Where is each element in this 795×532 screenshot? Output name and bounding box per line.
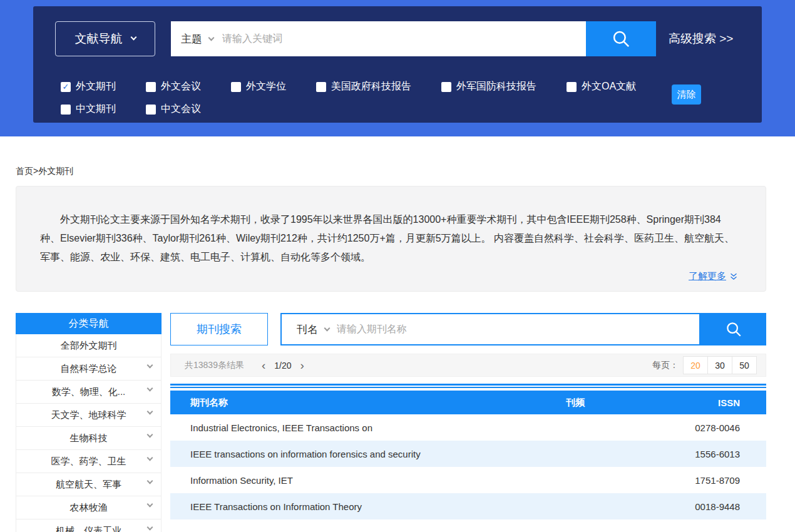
- search-panel: 文献导航 主题 高级搜索 >>: [33, 6, 762, 123]
- chevron-down-icon: [147, 386, 153, 392]
- page-size-20[interactable]: 20: [683, 356, 708, 374]
- sidebar-item-biotech[interactable]: 生物科技: [16, 427, 162, 450]
- sidebar-item-natural-science[interactable]: 自然科学总论: [16, 357, 162, 381]
- filter-label: 外文学位: [246, 80, 286, 93]
- category-sidebar-title: 分类导航: [16, 313, 162, 334]
- chevron-down-icon: [147, 455, 153, 461]
- journal-search-group: 刊名: [280, 313, 766, 345]
- pager: ‹ 1/20 ›: [260, 359, 305, 371]
- sidebar-item-label: 航空航天、军事: [56, 479, 121, 491]
- filter-foreign-defense-report[interactable]: 外军国防科技报告: [441, 80, 536, 93]
- table-top-rule: [170, 384, 766, 388]
- filter-foreign-journal[interactable]: 外文期刊: [61, 80, 116, 93]
- results-total: 共13839条结果: [185, 360, 244, 371]
- filter-chinese-journal[interactable]: 中文期刊: [61, 103, 116, 116]
- journal-name: Information Security, IET: [170, 475, 566, 486]
- table-row[interactable]: IEEE transactions on information forensi…: [170, 441, 766, 467]
- chevron-down-icon: [130, 34, 136, 41]
- page-size-50[interactable]: 50: [732, 356, 757, 374]
- next-page-icon[interactable]: ›: [299, 359, 305, 371]
- results-bar: 共13839条结果 ‹ 1/20 › 每页： 20 30 50: [170, 354, 766, 377]
- breadcrumb-home-link[interactable]: 首页: [16, 166, 33, 176]
- journal-field-select[interactable]: 刊名: [282, 322, 337, 337]
- chevron-down-icon: [147, 362, 153, 369]
- sidebar-item-astronomy-earth[interactable]: 天文学、地球科学: [16, 404, 162, 427]
- category-sidebar: 分类导航 全部外文期刊 自然科学总论 数学、物理、化... 天文学、地球科学 生…: [16, 313, 162, 532]
- filter-foreign-conference[interactable]: 外文会议: [146, 80, 201, 93]
- clear-button[interactable]: 清除: [672, 84, 701, 105]
- chevron-down-icon: [147, 524, 153, 531]
- filter-label: 外文会议: [161, 80, 201, 93]
- table-row[interactable]: Industrial Electronics, IEEE Transaction…: [170, 414, 766, 441]
- results-area: 期刊搜索 刊名: [170, 313, 766, 519]
- header-band: 文献导航 主题 高级搜索 >>: [0, 0, 795, 136]
- keyword-input[interactable]: [222, 21, 586, 56]
- per-page-label: 每页：: [652, 360, 679, 371]
- table-row[interactable]: Information Security, IET 1751-8709: [170, 467, 766, 493]
- learn-more-label: 了解更多: [689, 270, 726, 282]
- column-header-frequency: 刊频: [566, 397, 647, 409]
- journal-search-tab[interactable]: 期刊搜索: [170, 313, 268, 345]
- checkbox-checked-icon: [61, 82, 71, 92]
- journal-search-button[interactable]: [700, 313, 766, 345]
- prev-page-icon[interactable]: ‹: [260, 359, 267, 371]
- search-icon: [724, 320, 743, 339]
- sidebar-item-label: 全部外文期刊: [61, 340, 117, 352]
- filter-label: 外文OA文献: [582, 80, 636, 93]
- checkbox-icon: [231, 82, 241, 92]
- table-header: 期刊名称 刊频 ISSN: [170, 391, 766, 414]
- sidebar-item-all-foreign-journals[interactable]: 全部外文期刊: [16, 334, 162, 357]
- intro-paragraph: 外文期刊论文主要来源于国外知名学术期刊，收录了1995年以来世界各国出版的130…: [40, 210, 738, 267]
- table-row[interactable]: IEEE Transactions on Information Theory …: [170, 493, 766, 519]
- breadcrumb: 首页>外文期刊: [16, 166, 795, 177]
- sidebar-item-label: 数学、物理、化...: [52, 386, 126, 398]
- journal-issn: 1556-6013: [647, 449, 766, 459]
- search-button[interactable]: [586, 21, 656, 56]
- journal-field-label: 刊名: [297, 322, 318, 337]
- page-indicator: 1/20: [274, 361, 291, 371]
- search-row: 文献导航 主题 高级搜索 >>: [55, 21, 762, 56]
- filter-checkboxes: 外文期刊 外文会议 外文学位 美国政府科技报告: [61, 80, 762, 116]
- filter-us-gov-report[interactable]: 美国政府科技报告: [316, 80, 411, 93]
- chevron-down-icon: [147, 478, 153, 484]
- filter-foreign-oa[interactable]: 外文OA文献: [567, 80, 636, 93]
- sidebar-item-medicine-health[interactable]: 医学、药学、卫生: [16, 450, 162, 473]
- filter-row-1: 外文期刊 外文会议 外文学位 美国政府科技报告: [61, 80, 762, 93]
- journal-name-input[interactable]: [337, 314, 699, 344]
- filter-label: 外文期刊: [76, 80, 116, 93]
- chevron-down-icon: [147, 432, 153, 438]
- page-size-30[interactable]: 30: [707, 356, 732, 374]
- journal-name: IEEE transactions on information forensi…: [170, 449, 566, 459]
- search-icon: [610, 28, 632, 49]
- filter-label: 中文期刊: [76, 103, 116, 116]
- learn-more-link[interactable]: 了解更多: [689, 270, 738, 282]
- journal-name: Industrial Electronics, IEEE Transaction…: [170, 422, 566, 433]
- chevron-down-icon: [208, 34, 215, 41]
- keyword-search-bar: 主题: [171, 21, 656, 56]
- column-header-journal-name: 期刊名称: [170, 397, 566, 409]
- sidebar-item-label: 机械、仪表工业: [56, 525, 121, 532]
- advanced-search-link[interactable]: 高级搜索 >>: [669, 31, 733, 47]
- checkbox-icon: [61, 105, 71, 115]
- filter-foreign-degree[interactable]: 外文学位: [231, 80, 286, 93]
- chevron-down-icon: [147, 501, 153, 508]
- sidebar-item-label: 天文学、地球科学: [51, 409, 126, 421]
- sidebar-item-agriculture[interactable]: 农林牧渔: [16, 496, 162, 519]
- literature-nav-select[interactable]: 文献导航: [55, 21, 155, 56]
- double-chevron-down-icon: [729, 272, 738, 281]
- topic-field-select[interactable]: 主题: [171, 32, 222, 46]
- checkbox-icon: [567, 82, 577, 92]
- checkbox-icon: [146, 82, 156, 92]
- sidebar-item-label: 农林牧渔: [70, 502, 108, 514]
- checkbox-icon: [441, 82, 451, 92]
- journal-name: IEEE Transactions on Information Theory: [170, 501, 566, 512]
- filter-row-2: 中文期刊 中文会议: [61, 103, 762, 116]
- sidebar-item-machinery-instrument[interactable]: 机械、仪表工业: [16, 519, 162, 532]
- filter-chinese-conference[interactable]: 中文会议: [146, 103, 201, 116]
- journal-issn: 1751-8709: [647, 475, 766, 486]
- chevron-down-icon: [147, 409, 153, 415]
- journal-issn: 0278-0046: [647, 422, 766, 433]
- sidebar-item-aerospace-military[interactable]: 航空航天、军事: [16, 473, 162, 496]
- sidebar-item-math-physics-chem[interactable]: 数学、物理、化...: [16, 381, 162, 404]
- topic-field-label: 主题: [181, 32, 202, 46]
